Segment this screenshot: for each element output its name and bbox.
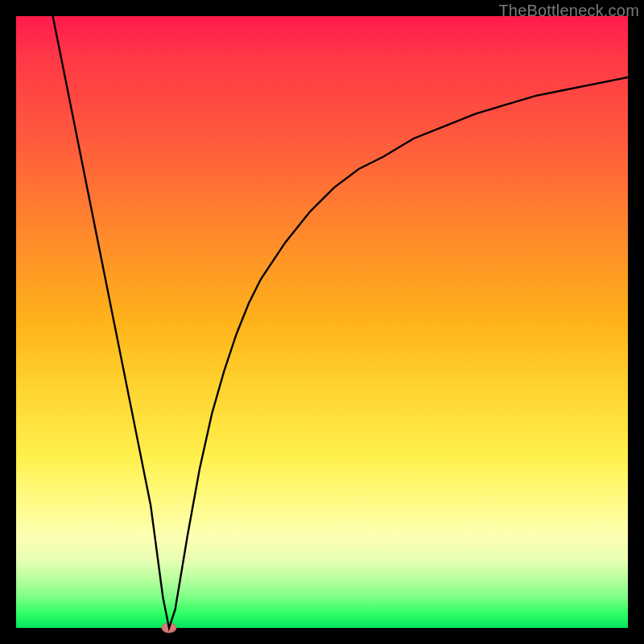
chart-svg [16,16,628,628]
bottleneck-curve [53,16,628,628]
chart-frame [16,16,628,628]
watermark-text: TheBottleneck.com [498,2,639,20]
